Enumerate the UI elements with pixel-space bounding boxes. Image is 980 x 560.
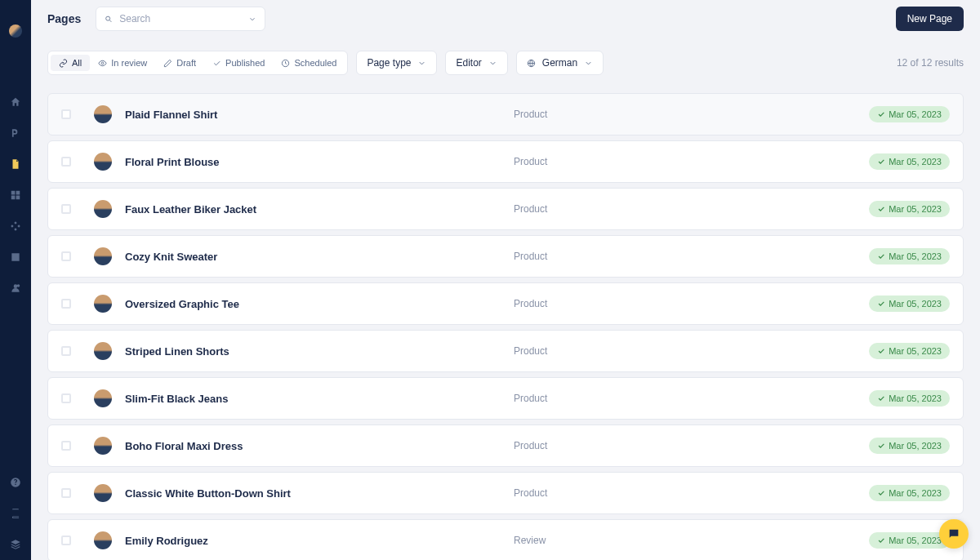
check-icon: [877, 442, 885, 450]
page-icon: [10, 158, 21, 170]
nav-components[interactable]: [0, 211, 31, 242]
check-icon: [877, 300, 885, 308]
link-icon: [59, 59, 68, 68]
list-row[interactable]: Plaid Flannel Shirt Product Mar 05, 2023: [47, 93, 964, 136]
nav-help[interactable]: [0, 467, 31, 498]
question-icon: [10, 477, 21, 488]
page-title: Pages: [47, 12, 81, 25]
row-type: Product: [514, 440, 856, 451]
page-type-dropdown[interactable]: Page type: [356, 51, 437, 75]
status-badge: Mar 05, 2023: [869, 201, 950, 217]
language-dropdown[interactable]: German: [516, 51, 604, 75]
check-icon: [877, 347, 885, 355]
search-box[interactable]: [96, 7, 265, 31]
row-checkbox[interactable]: [61, 299, 71, 309]
intercom-launcher[interactable]: [939, 519, 969, 549]
status-badge: Mar 05, 2023: [869, 390, 950, 407]
nav-layers[interactable]: [0, 529, 31, 560]
filter-in-review[interactable]: In review: [90, 55, 155, 71]
row-checkbox[interactable]: [61, 157, 71, 167]
row-avatar: [94, 105, 112, 123]
new-page-button[interactable]: New Page: [896, 7, 964, 31]
chevron-down-icon: [488, 59, 497, 68]
check-icon: [877, 536, 885, 544]
status-date: Mar 05, 2023: [889, 393, 942, 403]
status-filter-group: All In review Draft Published Scheduled: [47, 51, 348, 75]
list-row[interactable]: Striped Linen Shorts Product Mar 05, 202…: [47, 330, 964, 372]
row-checkbox[interactable]: [61, 536, 71, 545]
list-row[interactable]: Emily Rodriguez Review Mar 05, 2023: [47, 519, 964, 560]
status-date: Mar 05, 2023: [889, 157, 942, 167]
nav-templates[interactable]: [0, 180, 31, 211]
nav-blog[interactable]: [0, 118, 31, 149]
row-avatar: [94, 200, 112, 218]
svg-point-0: [106, 16, 110, 20]
row-type: Product: [514, 487, 856, 499]
list-row[interactable]: Boho Floral Maxi Dress Product Mar 05, 2…: [47, 424, 964, 467]
row-title: Oversized Graphic Tee: [125, 298, 501, 310]
nav-docs[interactable]: [0, 498, 31, 529]
row-type: Product: [514, 345, 856, 357]
user-avatar[interactable]: [9, 24, 22, 38]
check-icon: [877, 158, 885, 166]
list-row[interactable]: Cozy Knit Sweater Product Mar 05, 2023: [47, 235, 964, 278]
blog-icon: [10, 127, 21, 139]
check-icon: [877, 205, 885, 213]
row-checkbox[interactable]: [61, 346, 71, 356]
row-title: Slim-Fit Black Jeans: [125, 393, 501, 405]
chevron-down-icon: [248, 14, 256, 24]
chevron-down-icon: [417, 59, 426, 68]
main-content: Pages New Page All In review Draft: [31, 0, 980, 560]
row-title: Floral Print Blouse: [125, 156, 501, 168]
search-icon: [105, 14, 113, 24]
editor-dropdown[interactable]: Editor: [445, 51, 507, 75]
status-date: Mar 05, 2023: [889, 346, 942, 356]
list-row[interactable]: Slim-Fit Black Jeans Product Mar 05, 202…: [47, 377, 964, 420]
row-avatar: [94, 389, 112, 407]
search-input[interactable]: [119, 13, 242, 24]
row-title: Striped Linen Shorts: [125, 345, 501, 358]
row-title: Emily Rodriguez: [125, 535, 501, 547]
row-type: Product: [514, 203, 856, 215]
status-date: Mar 05, 2023: [889, 441, 942, 451]
row-type: Product: [514, 109, 856, 120]
filter-scheduled[interactable]: Scheduled: [273, 55, 345, 71]
row-avatar: [94, 437, 112, 455]
row-checkbox[interactable]: [61, 251, 71, 261]
list-row[interactable]: Floral Print Blouse Product Mar 05, 2023: [47, 140, 964, 183]
check-icon: [212, 59, 221, 68]
row-checkbox[interactable]: [61, 488, 71, 498]
filter-all[interactable]: All: [51, 55, 90, 71]
row-avatar: [94, 484, 112, 502]
row-title: Classic White Button-Down Shirt: [125, 487, 501, 500]
list-row[interactable]: Classic White Button-Down Shirt Product …: [47, 472, 964, 514]
row-checkbox[interactable]: [61, 109, 71, 119]
home-icon: [10, 96, 21, 108]
status-badge: Mar 05, 2023: [869, 248, 950, 264]
row-checkbox[interactable]: [61, 393, 71, 403]
status-date: Mar 05, 2023: [889, 488, 942, 498]
check-icon: [877, 394, 885, 402]
eye-icon: [98, 59, 107, 68]
nav-home[interactable]: [0, 87, 31, 118]
row-avatar: [94, 247, 112, 265]
nav-media[interactable]: [0, 242, 31, 273]
status-badge: Mar 05, 2023: [869, 153, 950, 170]
row-title: Plaid Flannel Shirt: [125, 109, 501, 121]
row-checkbox[interactable]: [61, 441, 71, 451]
row-avatar: [94, 531, 112, 549]
status-badge: Mar 05, 2023: [869, 106, 950, 122]
filter-draft[interactable]: Draft: [155, 55, 204, 71]
row-type: Review: [514, 535, 856, 546]
row-checkbox[interactable]: [61, 204, 71, 214]
filter-published[interactable]: Published: [204, 55, 273, 71]
nav-pages[interactable]: [0, 149, 31, 180]
list-row[interactable]: Oversized Graphic Tee Product Mar 05, 20…: [47, 282, 964, 325]
status-badge: Mar 05, 2023: [869, 438, 950, 454]
image-icon: [10, 251, 21, 263]
list-row[interactable]: Faux Leather Biker Jacket Product Mar 05…: [47, 188, 964, 230]
nav-team[interactable]: [0, 273, 31, 304]
status-badge: Mar 05, 2023: [869, 343, 950, 359]
status-date: Mar 05, 2023: [889, 251, 942, 261]
row-title: Boho Floral Maxi Dress: [125, 440, 501, 452]
